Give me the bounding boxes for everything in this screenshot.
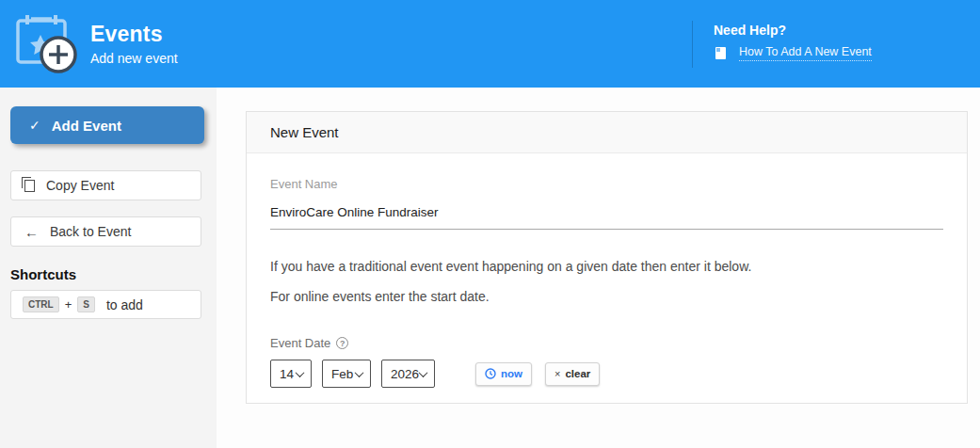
add-event-button[interactable]: ✓ Add Event (10, 106, 204, 144)
header-divider (692, 21, 693, 68)
month-select-value: Feb (331, 367, 353, 381)
need-help-title: Need Help? (714, 23, 872, 38)
events-brand-icon (0, 11, 90, 77)
page-title: Events (90, 22, 178, 47)
copy-event-button[interactable]: Copy Event (10, 170, 201, 200)
back-to-event-label: Back to Event (50, 224, 131, 239)
clock-icon (485, 368, 496, 379)
event-name-label: Event Name (270, 177, 943, 191)
shortcut-hint: CTRL + S to add (10, 290, 201, 319)
plus-sign: + (65, 297, 72, 312)
month-select[interactable]: Feb (322, 360, 371, 388)
sidebar: ✓ Add Event Copy Event ← Back to Event S… (0, 88, 217, 448)
ctrl-key: CTRL (23, 296, 59, 312)
day-select[interactable]: 14 (270, 360, 312, 388)
back-to-event-button[interactable]: ← Back to Event (10, 216, 201, 247)
chevron-down-icon (355, 368, 364, 377)
day-select-value: 14 (280, 367, 294, 381)
year-select[interactable]: 2026 (381, 360, 435, 388)
event-date-label: Event Date (270, 336, 330, 350)
date-help-icon[interactable]: ? (336, 337, 348, 349)
add-event-label: Add Event (52, 118, 121, 134)
chevron-down-icon (296, 368, 305, 377)
shortcut-suffix: to add (106, 297, 143, 312)
now-button[interactable]: now (475, 362, 532, 386)
event-name-input[interactable]: EnviroCare Online Fundraiser (270, 205, 943, 230)
copy-icon (24, 180, 35, 192)
instructions-line2: For online events enter the start date. (270, 289, 943, 304)
copy-event-label: Copy Event (46, 178, 114, 193)
instructions-line1: If you have a traditional event event ha… (270, 259, 943, 274)
shortcuts-heading: Shortcuts (10, 266, 209, 282)
card-header: New Event (247, 112, 967, 153)
clear-label: clear (565, 368, 590, 379)
main-content: New Event Event Name EnviroCare Online F… (217, 88, 980, 448)
now-label: now (501, 368, 522, 379)
page-subtitle: Add new event (90, 51, 178, 66)
app-header: Events Add new event Need Help? How To A… (0, 0, 980, 88)
check-icon: ✓ (29, 118, 40, 133)
back-arrow-icon: ← (24, 224, 39, 240)
year-select-value: 2026 (391, 367, 419, 381)
clear-button[interactable]: × clear (545, 362, 600, 386)
how-to-add-event-link[interactable]: How To Add A New Event (739, 45, 872, 61)
chevron-down-icon (419, 368, 428, 377)
card-title: New Event (270, 124, 339, 140)
book-icon (715, 47, 726, 59)
new-event-card: New Event Event Name EnviroCare Online F… (246, 111, 968, 404)
s-key: S (77, 296, 95, 312)
x-icon: × (554, 368, 560, 379)
help-area: Need Help? How To Add A New Event (692, 21, 872, 68)
calendar-star-plus-icon (9, 11, 81, 77)
